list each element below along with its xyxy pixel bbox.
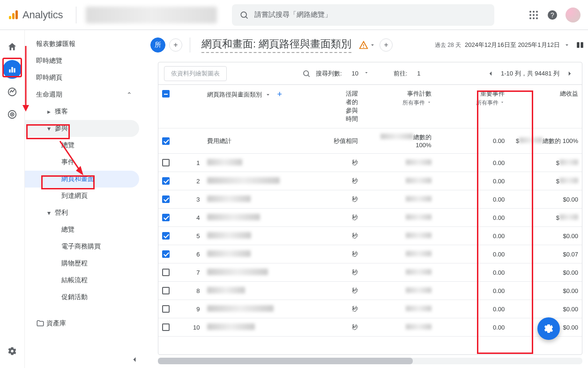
rail-explore[interactable] [3,83,22,101]
table-row[interactable]: 8秒0.00$0.00 [158,282,582,300]
plot-rows-button[interactable]: 依資料列繪製圖表 [164,66,227,81]
svg-point-22 [12,114,13,115]
data-quality-warning[interactable] [359,40,376,50]
divider [190,38,190,53]
row-checkbox[interactable] [162,232,170,240]
date-range-label: 過去 28 天 [435,41,461,49]
row-checkbox[interactable] [162,195,170,203]
svg-point-13 [536,17,538,19]
row-checkbox[interactable] [162,159,170,166]
svg-rect-17 [11,67,13,73]
property-selector[interactable] [86,7,217,23]
rail-reports[interactable] [3,60,22,79]
table-row[interactable]: 1秒0.00$ [158,154,582,172]
nav-events[interactable]: 事件 [25,154,145,171]
table-row[interactable]: 6秒0.00$0.07 [158,245,582,263]
row-index: 1 [183,154,203,172]
engaged-time-cell: 秒 [322,154,362,172]
help-icon[interactable]: ? [547,9,558,21]
column-header-total-revenue[interactable]: 總收益 [508,85,582,128]
column-header-engaged-time[interactable]: 活躍 者的 參與 時間 [346,90,358,122]
row-checkbox[interactable] [162,305,170,313]
nav-landing-page[interactable]: 到達網頁 [25,188,145,204]
nav-pages-and-screens[interactable]: 網頁和畫面 [25,171,139,188]
collapse-sidenav-button[interactable] [130,355,139,364]
table-search-button[interactable] [298,69,315,78]
table-row[interactable]: 3秒0.00$0.00 [158,190,582,209]
table-row[interactable]: 2秒0.00$ [158,172,582,190]
dimension-cell [203,245,322,263]
add-comparison-button[interactable]: + [380,38,393,52]
dimension-cell [203,300,322,318]
compare-icon[interactable] [576,41,584,49]
product-logo[interactable]: Analytics [7,9,63,21]
row-checkbox[interactable] [162,250,170,258]
rail-home[interactable] [3,38,22,56]
add-dimension-button[interactable]: + [277,90,282,99]
nav-acquisition[interactable]: ▸ 獲客 [25,103,145,120]
column-header-key-events[interactable]: 重要事件 所有事件 [435,85,509,128]
goto-page-input[interactable]: 1 [408,68,424,79]
nav-monetization-overview[interactable]: 總覽 [25,221,145,238]
nav-checkout-journey[interactable]: 結帳流程 [25,272,145,289]
nav-ecommerce-purchases[interactable]: 電子商務購買 [25,238,145,255]
engaged-time-cell: 秒 [322,263,362,282]
row-checkbox[interactable] [162,287,170,294]
topbar-actions: ? [528,8,581,23]
rail-advertising[interactable] [3,105,22,124]
table-row[interactable]: 4秒0.00$ [158,209,582,227]
svg-point-3 [241,12,247,17]
row-checkbox[interactable] [162,177,170,185]
row-index: 8 [183,282,203,300]
svg-rect-0 [9,16,11,19]
global-search[interactable]: 請嘗試搜尋「網路總覽」 [232,4,494,26]
column-header-event-count[interactable]: 事件計數 所有事件 [362,85,435,128]
report-title[interactable]: 網頁和畫面: 網頁路徑與畫面類別 [201,37,351,53]
rail-admin[interactable] [3,342,22,360]
engaged-time-cell: 秒 [322,245,362,263]
add-filter-button[interactable]: + [169,38,182,52]
user-avatar[interactable] [566,8,581,23]
prev-page-button[interactable] [484,67,497,80]
revenue-cell: $ [508,154,582,172]
date-range-picker[interactable]: 過去 28 天 2024年12月16日至 2025年1月12日 [435,41,588,49]
table-row[interactable]: 9秒0.00$0.00 [158,300,582,318]
dimension-picker[interactable]: 網頁路徑與畫面類別 + [207,90,318,99]
apps-icon[interactable] [528,9,539,21]
table-row[interactable]: 5秒0.00$0.00 [158,227,582,245]
svg-rect-2 [15,10,18,19]
horizontal-scrollbar[interactable] [158,358,582,364]
row-checkbox[interactable] [162,214,170,221]
row-checkbox[interactable] [162,323,170,331]
row-checkbox[interactable] [162,269,170,276]
svg-point-8 [529,14,531,16]
svg-line-4 [246,16,248,18]
nav-monetization[interactable]: ▾ 營利 [25,204,145,221]
nav-library[interactable]: 資產庫 [25,315,145,332]
table-row[interactable]: 10秒0.00$0.00 [158,318,582,337]
rows-per-page-select[interactable]: 10 [343,68,373,79]
svg-rect-23 [363,44,364,46]
nav-engagement-overview[interactable]: 總覽 [25,137,145,154]
row-checkbox[interactable] [162,137,170,145]
svg-rect-24 [363,47,364,48]
next-page-button[interactable] [563,67,576,80]
svg-point-10 [536,14,538,16]
nav-realtime-pages[interactable]: 即時網頁 [25,69,145,86]
revenue-cell: $0.00 [508,227,582,245]
engaged-time-cell: 秒 [322,172,362,190]
chevron-up-icon: ⌃ [125,91,134,98]
nav-lifecycle-section[interactable]: 生命週期 ⌃ [25,86,145,103]
sparkle-gear-icon [543,323,554,334]
nav-promotions[interactable]: 促銷活動 [25,289,145,306]
nav-engagement[interactable]: ▾ 參與 [25,120,139,137]
nav-report-snapshot[interactable]: 報表數據匯報 [25,36,145,53]
report-scope-chip[interactable]: 所 [150,38,165,53]
svg-point-6 [533,11,535,13]
chevron-right-icon: ▸ [45,108,53,115]
table-row[interactable]: 7秒0.00$0.00 [158,263,582,282]
nav-purchase-journey[interactable]: 購物歷程 [25,255,145,272]
nav-realtime-overview[interactable]: 即時總覽 [25,53,145,69]
select-all-checkbox[interactable] [162,90,170,98]
insights-fab[interactable] [537,317,560,340]
